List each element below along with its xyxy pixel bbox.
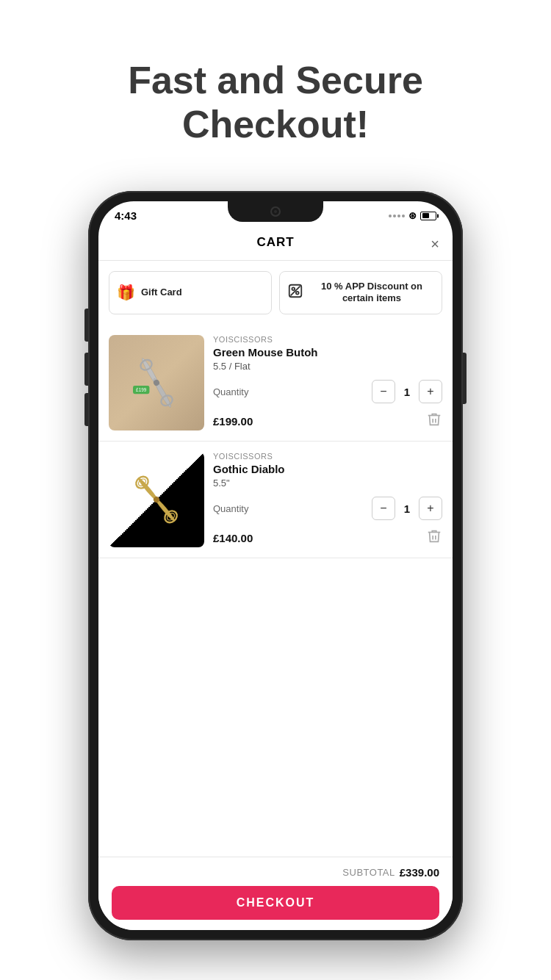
- gift-card-icon: 🎁: [117, 284, 135, 301]
- increase-quantity-2[interactable]: +: [419, 497, 442, 520]
- gift-card-button[interactable]: 🎁 Gift Card: [109, 271, 272, 315]
- checkout-bar: SUBTOTAL £339.00 CHECKOUT: [98, 857, 453, 930]
- quantity-label-2: Quantity: [213, 503, 366, 514]
- quantity-value-2: 1: [401, 502, 413, 515]
- svg-text:£199: £199: [136, 387, 147, 392]
- subtotal-row: SUBTOTAL £339.00: [112, 866, 439, 879]
- cart-title: CART: [256, 235, 294, 250]
- delete-item-2[interactable]: [426, 528, 442, 547]
- gift-card-label: Gift Card: [141, 287, 182, 299]
- battery-icon: [420, 212, 436, 220]
- page-heading: Fast and Secure Checkout!: [84, 59, 467, 147]
- quantity-row-1: Quantity − 1 +: [213, 380, 442, 403]
- item-variant-1: 5.5 / Flat: [213, 361, 442, 372]
- quantity-label-1: Quantity: [213, 386, 366, 397]
- svg-point-0: [292, 287, 295, 290]
- quantity-value-1: 1: [401, 386, 413, 398]
- cart-header: CART ×: [98, 228, 453, 261]
- item-name-2: Gothic Diablo: [213, 463, 442, 475]
- signal-icon: [389, 215, 405, 217]
- wifi-icon: ⊛: [408, 210, 417, 221]
- quantity-row-2: Quantity − 1 +: [213, 497, 442, 520]
- item-details-2: YOISCISSORS Gothic Diablo 5.5" Quantity …: [213, 452, 442, 547]
- item-price-1: £199.00: [213, 415, 253, 428]
- svg-point-1: [296, 292, 299, 295]
- decrease-quantity-1[interactable]: −: [372, 380, 395, 403]
- phone-notch: [228, 201, 323, 222]
- app-discount-button[interactable]: 10 % APP Discount on certain items: [279, 271, 442, 315]
- decrease-quantity-2[interactable]: −: [372, 497, 395, 520]
- item-name-1: Green Mouse Butoh: [213, 346, 442, 359]
- item-price-2: £140.00: [213, 532, 253, 544]
- delete-item-1[interactable]: [426, 411, 442, 430]
- increase-quantity-1[interactable]: +: [419, 380, 442, 403]
- page-title-line1: Fast and Secure: [128, 59, 423, 101]
- cart-close-button[interactable]: ×: [431, 237, 439, 251]
- camera: [270, 206, 281, 217]
- price-row-2: £140.00: [213, 528, 442, 547]
- page-title-line2: Checkout!: [182, 103, 369, 145]
- status-icons: ⊛: [389, 210, 436, 221]
- item-brand-1: YOISCISSORS: [213, 335, 442, 344]
- cart-item: YOISCISSORS Gothic Diablo 5.5" Quantity …: [98, 442, 453, 558]
- discount-label: 10 % APP Discount on certain items: [309, 281, 434, 306]
- subtotal-label: SUBTOTAL: [342, 867, 395, 878]
- status-time: 4:43: [115, 209, 137, 222]
- price-row-1: £199.00: [213, 411, 442, 430]
- promo-row: 🎁 Gift Card 10 % APP Discount on certain…: [98, 261, 453, 325]
- phone-mockup: 4:43 ⊛ CART × 🎁 Gif: [88, 191, 463, 940]
- phone-screen: 4:43 ⊛ CART × 🎁 Gif: [98, 201, 453, 930]
- subtotal-value: £339.00: [400, 866, 439, 879]
- item-details-1: YOISCISSORS Green Mouse Butoh 5.5 / Flat…: [213, 335, 442, 430]
- item-brand-2: YOISCISSORS: [213, 452, 442, 461]
- cart-item: £199 YOISCISSORS Green Mouse Butoh 5.5 /…: [98, 325, 453, 442]
- checkout-button[interactable]: CHECKOUT: [112, 886, 439, 920]
- discount-icon: [287, 283, 303, 303]
- cart-items-list: £199 YOISCISSORS Green Mouse Butoh 5.5 /…: [98, 325, 453, 929]
- item-variant-2: 5.5": [213, 478, 442, 489]
- item-image-2: [109, 452, 204, 547]
- item-image-1: £199: [109, 335, 204, 430]
